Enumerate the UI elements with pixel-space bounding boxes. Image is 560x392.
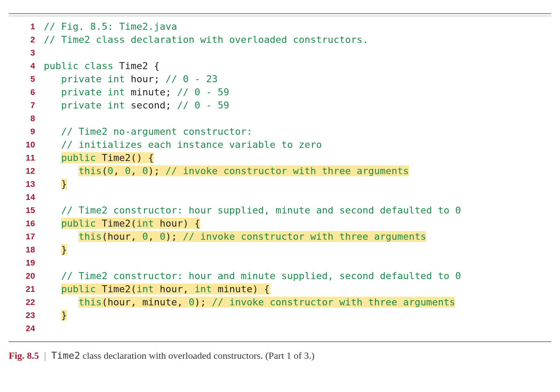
code-token: public <box>61 218 102 229</box>
code-line: 5 private int hour; // 0 - 23 <box>9 73 551 86</box>
line-number: 9 <box>9 125 44 138</box>
code-token: // Time2 constructor: hour supplied, min… <box>61 205 461 216</box>
line-number: 8 <box>9 112 44 125</box>
code-line: 9 // Time2 no-argument constructor: <box>9 125 551 138</box>
code-token: int <box>136 284 160 294</box>
code-token <box>44 152 61 163</box>
code-token: 0 <box>108 165 113 176</box>
line-number: 20 <box>9 270 44 283</box>
code-token: this <box>78 297 102 308</box>
code-line: 2// Time2 class declaration with overloa… <box>9 33 551 46</box>
line-number: 19 <box>9 256 44 270</box>
code-token: hour) { <box>160 218 200 229</box>
code-content: } <box>44 243 551 256</box>
code-token <box>44 74 61 84</box>
code-token: } <box>61 310 67 321</box>
code-token <box>44 87 61 98</box>
code-token: // Time2 class declaration with overload… <box>44 34 368 45</box>
code-token: (hour, <box>102 231 142 242</box>
code-content: this(hour, 0, 0); // invoke constructor … <box>44 230 551 243</box>
line-number: 5 <box>9 73 44 86</box>
code-content: public Time2(int hour) { <box>44 217 551 230</box>
code-token <box>44 139 61 150</box>
code-line: 20 // Time2 constructor: hour and minute… <box>9 270 551 283</box>
code-token <box>44 100 61 111</box>
code-token: this <box>78 165 102 176</box>
code-line: 13 } <box>9 178 551 191</box>
code-content: // Time2 constructor: hour and minute su… <box>44 270 551 283</box>
code-content: private int second; // 0 - 59 <box>44 99 551 112</box>
code-token <box>44 178 61 189</box>
line-number: 14 <box>9 191 44 204</box>
code-token: 0 <box>189 297 194 308</box>
code-token: // initializes each instance variable to… <box>61 139 322 150</box>
code-token: 0 <box>125 165 130 176</box>
code-token: Time2( <box>102 284 136 294</box>
line-number: 1 <box>9 20 44 33</box>
code-token: Time2 { <box>119 60 160 71</box>
code-token: public class <box>44 60 119 71</box>
code-token: int <box>136 218 160 229</box>
code-token: hour; <box>131 74 165 84</box>
code-line: 6 private int minute; // 0 - 59 <box>9 86 551 99</box>
line-number: 4 <box>9 60 44 73</box>
code-line: 8 <box>9 112 551 125</box>
code-token <box>44 165 78 176</box>
code-content: this(0, 0, 0); // invoke constructor wit… <box>44 164 551 178</box>
line-number: 7 <box>9 99 44 112</box>
line-number: 3 <box>9 46 44 60</box>
code-token: , <box>148 231 160 242</box>
code-line: 4public class Time2 { <box>9 60 551 73</box>
code-token: // 0 - 59 <box>177 87 229 98</box>
line-number: 18 <box>9 243 44 256</box>
code-content: public Time2() { <box>44 151 551 164</box>
code-token: // Time2 no-argument constructor: <box>61 126 252 137</box>
line-number: 24 <box>9 322 44 335</box>
code-line: 10 // initializes each instance variable… <box>9 138 551 151</box>
code-token: public <box>61 284 102 294</box>
code-token <box>44 270 61 281</box>
code-token: Time2( <box>102 218 136 229</box>
code-line: 21 public Time2(int hour, int minute) { <box>9 283 551 296</box>
line-number: 2 <box>9 33 44 46</box>
code-token: second; <box>131 100 177 111</box>
line-number: 6 <box>9 86 44 99</box>
code-line: 18 } <box>9 243 551 256</box>
code-token: // 0 - 59 <box>177 100 229 111</box>
code-token: private int <box>61 100 131 111</box>
code-token: 0 <box>142 165 148 176</box>
code-line: 23 } <box>9 309 551 322</box>
code-content: public Time2(int hour, int minute) { <box>44 283 551 296</box>
code-token: private int <box>61 87 131 98</box>
code-token <box>44 126 61 137</box>
code-token: , <box>131 165 143 176</box>
code-token: minute) { <box>217 284 270 294</box>
code-content: } <box>44 309 551 322</box>
code-content: public class Time2 { <box>44 60 551 73</box>
figure-caption: Fig. 8.5 | Time2 class declaration with … <box>9 350 551 361</box>
code-token: ( <box>102 165 107 176</box>
line-number: 15 <box>9 204 44 217</box>
code-token: ); <box>194 297 212 308</box>
line-number: 16 <box>9 217 44 230</box>
code-token <box>44 231 78 242</box>
code-line: 12 this(0, 0, 0); // invoke constructor … <box>9 164 551 178</box>
code-token: , <box>113 165 125 176</box>
code-token: // Fig. 8.5: Time2.java <box>44 21 177 32</box>
code-token <box>44 297 78 308</box>
page: 1// Fig. 8.5: Time2.java2// Time2 class … <box>0 0 560 392</box>
code-content: // initializes each instance variable to… <box>44 138 551 151</box>
code-content: // Time2 constructor: hour supplied, min… <box>44 204 551 217</box>
code-line: 22 this(hour, minute, 0); // invoke cons… <box>9 296 551 309</box>
code-line: 16 public Time2(int hour) { <box>9 217 551 230</box>
code-content: } <box>44 178 551 191</box>
code-line: 24 <box>9 322 551 335</box>
caption-text: class declaration with overloaded constr… <box>80 350 315 361</box>
code-token: private int <box>61 74 131 84</box>
code-content: this(hour, minute, 0); // invoke constru… <box>44 296 551 309</box>
code-token: 0 <box>142 231 148 242</box>
code-line: 19 <box>9 256 551 270</box>
line-number: 23 <box>9 309 44 322</box>
code-line: 1// Fig. 8.5: Time2.java <box>9 20 551 33</box>
code-line: 11 public Time2() { <box>9 151 551 164</box>
